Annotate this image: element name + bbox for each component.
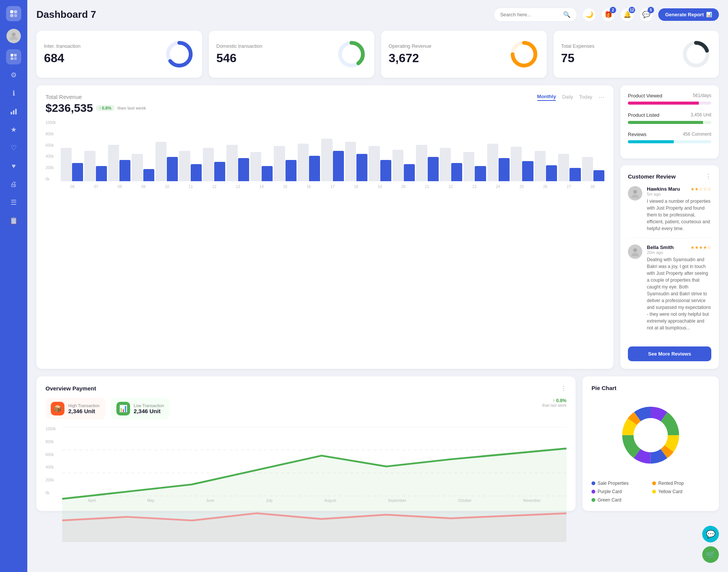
tab-today[interactable]: Today — [579, 94, 592, 100]
legend-label-sale: Sale Properties — [598, 481, 629, 486]
bar-group-14 — [392, 121, 415, 181]
overview-payment-card: Overview Payment ⋮ 📦 High Transaction 2,… — [36, 376, 576, 511]
bar-grey-14 — [392, 150, 403, 181]
overview-pct-info: ↑ 0.8% than last week — [542, 398, 566, 419]
fab-cart[interactable]: 🛒 — [702, 546, 719, 563]
review-name-1: Bella Smith — [647, 244, 674, 250]
bar-blue-5 — [191, 164, 202, 181]
bar-blue-18 — [499, 158, 510, 181]
svg-rect-1 — [14, 10, 17, 13]
gift-button[interactable]: 🎁 2 — [601, 8, 615, 22]
legend-label-purple: Purple Card — [598, 489, 622, 494]
tab-monthly[interactable]: Monthly — [537, 94, 556, 101]
notification-button[interactable]: 🔔 12 — [620, 8, 634, 22]
bar-blue-9 — [286, 160, 297, 181]
bar-blue-7 — [238, 158, 249, 181]
fab-support[interactable]: 💬 — [702, 526, 719, 542]
page-title: Dashboard 7 — [36, 9, 96, 20]
sidebar-item-saved[interactable]: ♥ — [6, 158, 21, 174]
legend-dot-green — [592, 498, 595, 502]
pie-title: Pie Chart — [592, 385, 710, 391]
generate-report-button[interactable]: Generate Report 📊 — [658, 8, 719, 21]
sidebar: ⚙ ℹ ★ ♡ ♥ 🖨 ☰ 📋 — [0, 0, 27, 572]
low-transaction-info: Low Transaction 2,346 Unit — [134, 403, 164, 414]
sidebar-item-info[interactable]: ℹ — [6, 86, 21, 101]
bottom-grid: Overview Payment ⋮ 📦 High Transaction 2,… — [36, 376, 719, 511]
review-time-1: 20m ago — [647, 250, 711, 255]
bar-group-12 — [345, 121, 367, 181]
bar-grey-2 — [108, 145, 119, 181]
side-stats-card: Product Viewed 561/days Product Listed 3… — [620, 85, 719, 158]
high-transaction-badge: 📦 High Transaction 2,346 Unit — [46, 398, 105, 419]
bar-blue-12 — [356, 154, 367, 181]
bar-blue-8 — [262, 166, 273, 181]
bar-grey-19 — [511, 147, 522, 181]
search-input[interactable] — [500, 12, 560, 17]
bar-grey-3 — [132, 154, 143, 181]
bar-grey-4 — [155, 142, 166, 181]
sidebar-item-analytics[interactable] — [6, 104, 21, 119]
pie-legend: Sale Properties Rented Prop Purple Card … — [592, 481, 710, 503]
stat-card-inter-transaction: Inter. transaction 684 — [36, 31, 202, 78]
bar-blue-21 — [570, 168, 581, 181]
bar-group-5 — [179, 121, 201, 181]
bar-grey-10 — [298, 144, 309, 181]
sidebar-item-print[interactable]: 🖨 — [6, 177, 21, 192]
review-time-0: 5m ago — [647, 192, 711, 196]
sidebar-item-dashboard[interactable] — [6, 49, 21, 64]
bar-blue-22 — [593, 170, 604, 181]
sidebar-item-favorites[interactable]: ★ — [6, 122, 21, 137]
revenue-header: Total Revenue $236,535 ↑ 0.8% than last … — [46, 94, 604, 114]
chart-icon: 📊 — [706, 12, 712, 17]
sidebar-item-likes[interactable]: ♡ — [6, 140, 21, 155]
stat-pl-label: Product Listed — [628, 112, 659, 118]
legend-rented-prop: Rented Prop — [652, 481, 710, 486]
line-chart-y-labels: 1000k 800k 600k 400k 200k 0k — [46, 427, 56, 495]
sidebar-item-settings[interactable]: ⚙ — [6, 67, 21, 83]
reviews-more-icon[interactable]: ⋮ — [705, 173, 711, 180]
donut-inter — [164, 39, 195, 69]
stat-product-listed: Product Listed 3,456 Unit — [628, 112, 711, 124]
stat-cards-row: Inter. transaction 684 Domestic transact… — [36, 31, 719, 78]
bar-grey-8 — [250, 152, 261, 181]
pie-chart-card: Pie Chart — [582, 376, 719, 511]
bar-grey-17 — [463, 152, 474, 181]
svg-rect-11 — [15, 109, 17, 114]
legend-label-green: Green Card — [598, 497, 621, 503]
more-options-icon[interactable]: ⋯ — [598, 94, 604, 101]
sidebar-item-menu[interactable]: ☰ — [6, 195, 21, 210]
high-transaction-label: High Transaction — [68, 403, 100, 408]
review-content-0: Hawkins Maru ★★☆☆☆ 5m ago I viewed a num… — [647, 186, 711, 232]
bar-group-9 — [274, 121, 296, 181]
sidebar-logo[interactable] — [6, 6, 21, 21]
see-more-button[interactable]: See More Reviews — [628, 346, 711, 361]
bar-blue-10 — [309, 156, 320, 181]
bar-group-8 — [250, 121, 273, 181]
main-content: Dashboard 7 🔍 🌙 🎁 2 🔔 12 💬 5 Generate Re… — [27, 0, 728, 572]
user-avatar[interactable] — [6, 29, 21, 43]
bar-group-18 — [487, 121, 510, 181]
bar-blue-11 — [333, 151, 344, 181]
search-box[interactable]: 🔍 — [494, 8, 577, 22]
revenue-bar-chart: 1000k 800k 600k 400k 200k 0k 06070809101… — [46, 121, 604, 189]
sidebar-item-reports[interactable]: 📋 — [6, 213, 21, 228]
bar-grey-20 — [535, 151, 546, 181]
review-item-1: Bella Smith ★★★★☆ 20m ago Dealing with S… — [628, 244, 711, 337]
legend-green-card: Green Card — [592, 497, 649, 503]
stat-label-1: Domestic transaction — [217, 43, 262, 49]
dark-mode-toggle[interactable]: 🌙 — [582, 8, 596, 22]
tab-daily[interactable]: Daily — [562, 94, 573, 100]
stat-value-1: 546 — [217, 51, 262, 65]
low-transaction-value: 2,346 Unit — [134, 408, 164, 414]
bar-chart-x-labels: 0607080910111213141516171819202122232425… — [61, 185, 604, 189]
stat-rv-value: 456 Comment — [683, 132, 711, 137]
revenue-subtitle: than last week — [118, 106, 146, 110]
bar-grey-0 — [61, 148, 72, 181]
chat-button[interactable]: 💬 5 — [639, 8, 653, 22]
overview-title: Overview Payment — [46, 385, 96, 392]
bar-group-22 — [582, 121, 604, 181]
fab-group: 💬 🛒 — [702, 526, 719, 563]
donut-domestic — [336, 39, 367, 69]
donut-revenue — [509, 39, 539, 69]
overview-more-icon[interactable]: ⋮ — [560, 385, 566, 392]
